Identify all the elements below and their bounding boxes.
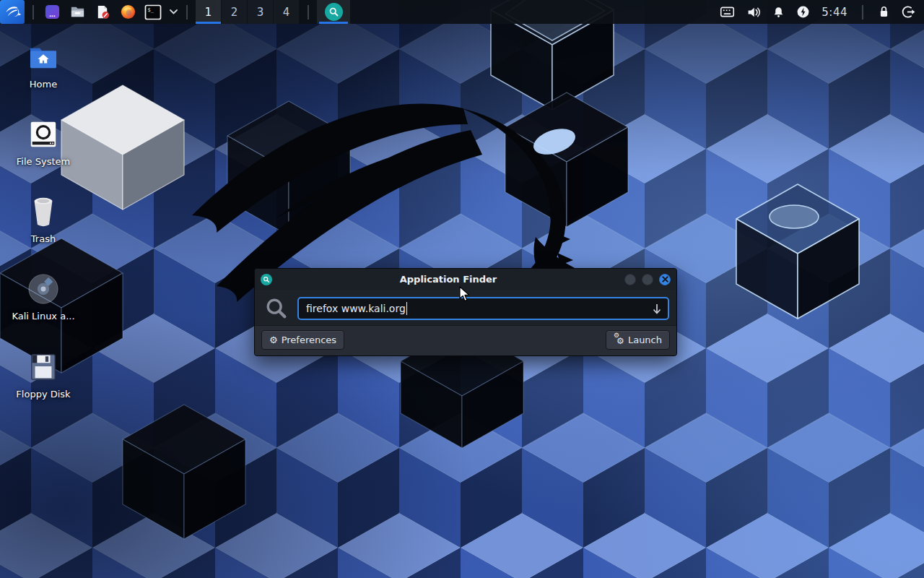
disc-icon	[27, 272, 60, 306]
panel-separator	[862, 5, 863, 20]
window-icon[interactable]	[42, 2, 62, 22]
dialog-footer: ⚙ Preferences ⚙ ⚙ Launch	[255, 325, 676, 355]
workspace-4[interactable]: 4	[274, 0, 299, 24]
desktop-screen: $_ 1 2 3 4	[0, 0, 924, 578]
clock[interactable]: 5:44	[821, 6, 847, 19]
desktop-icon-file-system[interactable]: File System	[9, 117, 78, 167]
panel-separator	[186, 5, 188, 20]
home-folder-icon	[28, 40, 58, 74]
desktop-icon-floppy[interactable]: Floppy Disk	[9, 350, 78, 400]
mouse-cursor	[459, 286, 470, 302]
floppy-icon	[28, 350, 58, 384]
firefox-icon[interactable]	[118, 2, 138, 22]
gear-icon: ⚙	[269, 335, 278, 345]
search-icon	[264, 296, 289, 321]
minimize-button[interactable]	[624, 274, 636, 285]
top-panel: $_ 1 2 3 4	[0, 0, 924, 24]
desktop-icon-label: File System	[17, 156, 70, 167]
text-editor-icon[interactable]	[92, 2, 113, 22]
app-finder-window-icon	[261, 274, 272, 285]
text-caret	[406, 302, 408, 315]
logout-icon[interactable]	[902, 5, 915, 19]
workspace-1[interactable]: 1	[196, 0, 221, 24]
dropdown-arrow-icon[interactable]	[652, 303, 662, 318]
chevron-down-icon[interactable]	[168, 2, 178, 22]
desktop-icon-home[interactable]: Home	[9, 40, 78, 90]
search-input[interactable]: firefox www.kali.org	[297, 297, 669, 320]
panel-separator	[308, 5, 309, 20]
desktop-icon-label: Kali Linux a...	[12, 311, 74, 322]
kali-menu-icon[interactable]	[0, 0, 25, 24]
terminal-glyph: $_	[148, 7, 154, 12]
workspace-switcher: 1 2 3 4	[196, 0, 300, 24]
volume-icon[interactable]	[746, 6, 761, 19]
desktop-icon-label: Home	[30, 79, 57, 90]
close-icon[interactable]	[659, 274, 671, 285]
search-query-text: firefox www.kali.org	[306, 303, 406, 314]
preferences-button[interactable]: ⚙ Preferences	[261, 330, 344, 350]
application-finder-window: Application Finder firefox www.kali.org	[254, 268, 677, 356]
desktop-icon-kali-linux[interactable]: Kali Linux a...	[9, 272, 78, 322]
desktop-icon-label: Floppy Disk	[16, 389, 70, 400]
gears-icon: ⚙ ⚙	[614, 335, 624, 346]
trash-icon	[29, 194, 58, 229]
launch-button[interactable]: ⚙ ⚙ Launch	[606, 330, 670, 350]
drive-icon	[28, 117, 58, 152]
desktop-icon-trash[interactable]: Trash	[9, 194, 78, 244]
workspace-2[interactable]: 2	[222, 0, 247, 24]
keyboard-icon[interactable]	[720, 6, 735, 18]
maximize-button[interactable]	[642, 274, 653, 285]
workspace-3[interactable]: 3	[248, 0, 273, 24]
power-icon[interactable]	[796, 5, 810, 19]
panel-separator	[32, 5, 34, 20]
desktop-icon-label: Trash	[31, 233, 56, 244]
file-manager-icon[interactable]	[67, 2, 87, 22]
app-finder-task-icon[interactable]	[317, 0, 350, 24]
window-title: Application Finder	[272, 274, 624, 285]
lock-icon[interactable]	[878, 5, 890, 19]
notifications-bell-icon[interactable]	[772, 6, 785, 19]
terminal-icon[interactable]: $_	[143, 2, 163, 22]
